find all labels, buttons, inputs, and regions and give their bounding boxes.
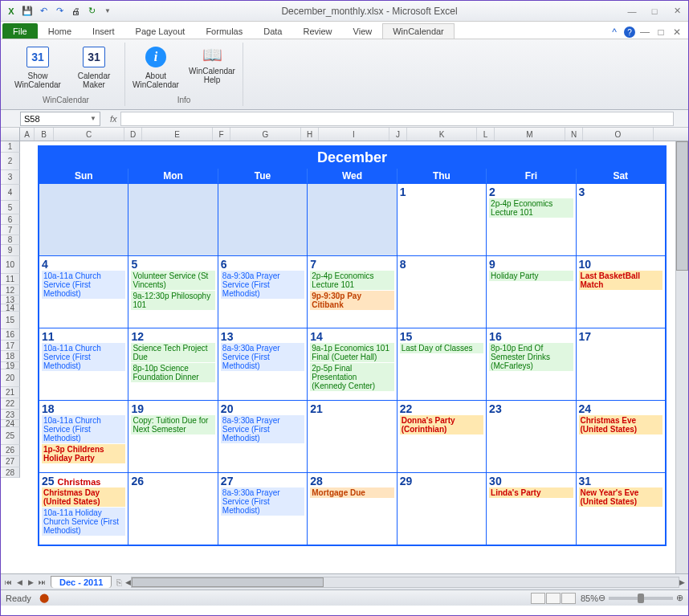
calendar-cell[interactable]: 24Christmas Eve (United States) <box>577 401 665 472</box>
row-header-4[interactable]: 4 <box>1 185 20 201</box>
refresh-icon[interactable]: ↻ <box>84 4 99 18</box>
page-layout-view-button[interactable] <box>546 593 561 604</box>
calendar-cell[interactable]: 8 <box>398 256 487 328</box>
calendar-cell[interactable]: 138a-9:30a Prayer Service (First Methodi… <box>218 328 308 400</box>
calendar-cell[interactable]: 12Science Tech Project Due8p-10p Science… <box>128 328 218 400</box>
workbook-min-icon[interactable]: — <box>638 26 651 39</box>
normal-view-button[interactable] <box>531 593 545 604</box>
row-header-25[interactable]: 25 <box>1 427 20 445</box>
calendar-cell[interactable]: 72p-4p Economics Lecture 1019p-9:30p Pay… <box>308 256 397 328</box>
vertical-scrollbar[interactable] <box>675 141 688 573</box>
tab-wincalendar[interactable]: WinCalendar <box>382 23 455 39</box>
calendar-cell[interactable]: 17 <box>577 328 665 400</box>
row-header-3[interactable]: 3 <box>1 170 20 185</box>
calendar-cell[interactable]: 1110a-11a Church Service (First Methodis… <box>39 328 128 400</box>
calendar-cell[interactable]: 9Holiday Party <box>487 256 576 328</box>
qat-dropdown-icon[interactable]: ▼ <box>100 4 115 18</box>
tab-home[interactable]: Home <box>38 23 82 39</box>
zoom-out-icon[interactable]: ⊖ <box>598 593 605 603</box>
row-header-19[interactable]: 19 <box>1 362 20 369</box>
calendar-cell[interactable]: 22Donna's Party (Corinthian) <box>398 401 487 472</box>
fx-icon[interactable]: fx <box>110 114 117 124</box>
hscroll-thumb[interactable] <box>132 577 323 587</box>
col-header-K[interactable]: K <box>407 128 477 141</box>
row-header-16[interactable]: 16 <box>1 329 20 341</box>
sheet-nav-next-icon[interactable]: ▶ <box>25 578 36 586</box>
calendar-cell[interactable] <box>39 184 128 255</box>
calendar-cell[interactable]: 410a-11a Church Service (First Methodist… <box>39 256 128 328</box>
show-wincalendar-button[interactable]: 31 Show WinCalendar <box>15 44 60 89</box>
calendar-cell[interactable]: 26 <box>128 473 218 545</box>
calendar-cell[interactable]: 3 <box>577 184 665 255</box>
minimize-ribbon-icon[interactable]: ^ <box>608 26 621 39</box>
horizontal-scrollbar[interactable]: ◀ ▶ <box>125 577 685 588</box>
col-header-L[interactable]: L <box>477 128 495 141</box>
calendar-maker-button[interactable]: 31 Calendar Maker <box>71 44 116 89</box>
tab-insert[interactable]: Insert <box>82 23 125 39</box>
row-header-26[interactable]: 26 <box>1 445 20 456</box>
row-header-28[interactable]: 28 <box>1 467 20 478</box>
calendar-cell[interactable]: 28Mortgage Due <box>308 473 397 545</box>
calendar-cell[interactable]: 5Volunteer Service (St Vincents)9a-12:30… <box>128 256 218 328</box>
col-header-N[interactable]: N <box>565 128 583 141</box>
row-header-12[interactable]: 12 <box>1 285 20 296</box>
col-header-J[interactable]: J <box>389 128 407 141</box>
calendar-cell[interactable]: 1810a-11a Church Service (First Methodis… <box>39 401 128 472</box>
zoom-in-icon[interactable]: ⊕ <box>676 593 683 603</box>
col-header-B[interactable]: B <box>35 128 54 141</box>
calendar-cell[interactable] <box>218 184 308 255</box>
calendar-cell[interactable]: 149a-1p Economics 101 Final (Cueter Hall… <box>308 328 397 400</box>
wincalendar-help-button[interactable]: 📖 WinCalendar Help <box>190 44 234 84</box>
page-break-view-button[interactable] <box>561 593 576 604</box>
hscroll-right-icon[interactable]: ▶ <box>679 578 685 586</box>
row-header-8[interactable]: 8 <box>1 235 20 245</box>
new-sheet-icon[interactable]: ⎘ <box>116 577 122 587</box>
calendar-cell[interactable]: 278a-9:30a Prayer Service (First Methodi… <box>218 473 308 545</box>
col-header-G[interactable]: G <box>230 128 301 141</box>
sheet-tab-dec-2011[interactable]: Dec - 2011 <box>51 576 112 588</box>
zoom-slider[interactable]: ⊖ ⊕ <box>598 593 683 603</box>
help-icon[interactable]: ? <box>624 27 635 38</box>
col-header-M[interactable]: M <box>495 128 565 141</box>
col-header-A[interactable]: A <box>20 128 35 141</box>
workbook-close-icon[interactable]: ✕ <box>671 26 683 39</box>
row-header-20[interactable]: 20 <box>1 369 20 387</box>
calendar-cell[interactable]: 19Copy: Tuition Due for Next Semester <box>128 401 218 472</box>
calendar-cell[interactable]: 23 <box>487 401 576 472</box>
col-header-D[interactable]: D <box>124 128 142 141</box>
tab-data[interactable]: Data <box>253 23 292 39</box>
tab-view[interactable]: View <box>343 23 383 39</box>
calendar-cell[interactable] <box>308 184 397 255</box>
calendar-cell[interactable]: 1 <box>398 184 487 255</box>
row-header-22[interactable]: 22 <box>1 398 20 410</box>
maximize-button[interactable]: □ <box>646 5 662 18</box>
sheet-nav-prev-icon[interactable]: ◀ <box>14 578 25 586</box>
name-box[interactable]: S58 ▼ <box>20 112 100 126</box>
undo-icon[interactable]: ↶ <box>36 4 51 18</box>
col-header-F[interactable]: F <box>213 128 230 141</box>
calendar-cell[interactable]: 25ChristmasChristmas Day (United States)… <box>39 473 128 545</box>
vscroll-thumb[interactable] <box>676 141 688 271</box>
select-all-corner[interactable] <box>1 128 20 141</box>
col-header-H[interactable]: H <box>301 128 319 141</box>
row-header-15[interactable]: 15 <box>1 312 20 329</box>
col-header-C[interactable]: C <box>54 128 124 141</box>
calendar-cell[interactable]: 15Last Day of Classes <box>398 328 487 400</box>
calendar-cell[interactable]: 29 <box>398 473 487 545</box>
row-header-27[interactable]: 27 <box>1 456 20 467</box>
row-header-21[interactable]: 21 <box>1 387 20 398</box>
redo-icon[interactable]: ↷ <box>52 4 67 18</box>
calendar-cell[interactable]: 168p-10p End Of Semester Drinks (McFarle… <box>487 328 576 400</box>
col-header-I[interactable]: I <box>319 128 389 141</box>
hscroll-left-icon[interactable]: ◀ <box>125 578 131 586</box>
row-header-2[interactable]: 2 <box>1 153 20 170</box>
calendar-cell[interactable]: 68a-9:30a Prayer Service (First Methodis… <box>218 256 308 328</box>
zoom-thumb[interactable] <box>638 594 644 603</box>
save-icon[interactable]: 💾 <box>20 4 35 18</box>
quickprint-icon[interactable]: 🖨 <box>68 4 83 18</box>
about-wincalendar-button[interactable]: i About WinCalendar <box>133 44 178 89</box>
worksheet[interactable]: December SunMonTueWedThuFriSat 122p-4p E… <box>20 141 688 573</box>
tab-page-layout[interactable]: Page Layout <box>125 23 196 39</box>
sheet-nav-last-icon[interactable]: ⏭ <box>36 578 47 586</box>
tab-formulas[interactable]: Formulas <box>195 23 253 39</box>
